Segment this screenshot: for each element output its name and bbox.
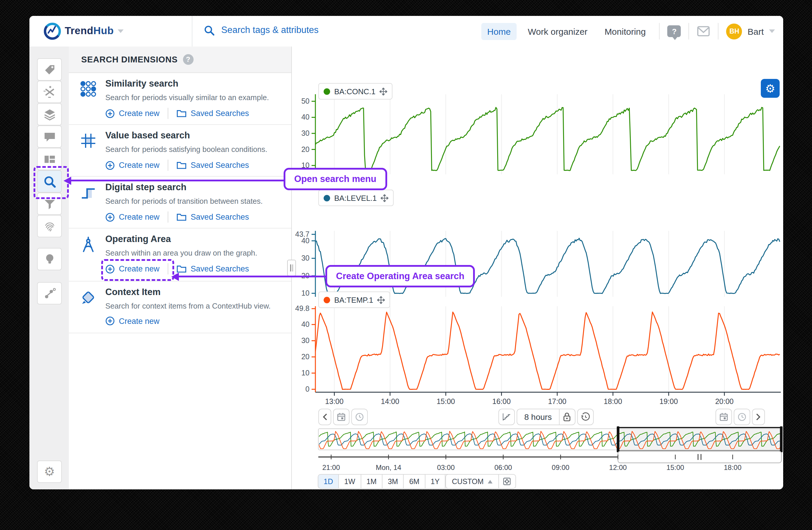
avatar[interactable]: BH: [726, 23, 742, 39]
bulb-icon: [43, 253, 56, 265]
expand-range-button[interactable]: [498, 474, 516, 489]
saved-searches-link[interactable]: Saved Searches: [176, 109, 249, 118]
svg-text:Mon, 14: Mon, 14: [376, 463, 401, 471]
pan-right-button[interactable]: [752, 409, 765, 425]
svg-text:06:00: 06:00: [494, 463, 512, 471]
plus-circle-icon: [105, 161, 115, 170]
panel-item-context-item: Context Item Search for context items fr…: [69, 281, 291, 333]
app-window: TrendHub Home Work organizer Monitoring …: [29, 16, 783, 489]
svg-text:18:00: 18:00: [604, 397, 622, 405]
rail-layers-button[interactable]: [37, 103, 62, 125]
saved-searches-link[interactable]: Saved Searches: [176, 264, 249, 273]
svg-text:40: 40: [301, 236, 309, 245]
svg-text:03:00: 03:00: [437, 463, 454, 471]
panel-item-description: Search for periods satisfying boolean co…: [105, 145, 267, 154]
nav-tab-work-organizer[interactable]: Work organizer: [522, 23, 593, 40]
trend-compress-button[interactable]: [498, 409, 515, 425]
custom-range-group: CUSTOM: [446, 474, 516, 489]
svg-text:15:00: 15:00: [666, 463, 684, 471]
user-name[interactable]: Bart: [748, 26, 764, 36]
end-time-button[interactable]: [734, 409, 750, 425]
rail-fingerprint-button[interactable]: [37, 215, 62, 237]
formula-icon: [43, 86, 56, 98]
signal-color-dot: [324, 296, 330, 303]
create-new-link[interactable]: Create new: [105, 212, 159, 222]
folder-icon: [176, 161, 187, 170]
move-icon[interactable]: [381, 194, 389, 202]
lock-duration-button[interactable]: [559, 409, 575, 425]
help-icon[interactable]: ?: [668, 25, 681, 37]
signal-chip-temp[interactable]: BA:TEMP.1: [318, 292, 390, 308]
saved-searches-link[interactable]: Saved Searches: [176, 161, 249, 170]
panel-item-description: Search for context items from a ContextH…: [105, 302, 271, 310]
search-dimensions-panel: Similarity search Search for periods vis…: [69, 73, 291, 489]
signal-chip-level[interactable]: BA:LEVEL.1: [318, 190, 394, 206]
link-divider: [168, 211, 168, 223]
svg-text:50: 50: [301, 97, 309, 105]
mail-icon[interactable]: [697, 25, 710, 37]
preset-1d[interactable]: 1D: [318, 474, 338, 489]
layout-icon: [43, 153, 56, 165]
create-new-link[interactable]: Create new: [105, 109, 159, 118]
header-divider: [192, 16, 192, 46]
svg-text:21:00: 21:00: [322, 463, 340, 471]
annotation-line: [176, 276, 325, 277]
start-time-button[interactable]: [351, 409, 368, 425]
context-item-icon: [80, 289, 97, 306]
folder-icon: [176, 213, 187, 221]
panel-item-title: Value based search: [105, 130, 190, 141]
signal-name: BA:LEVEL.1: [334, 193, 377, 202]
similarity-search-icon: [80, 81, 97, 97]
history-button[interactable]: [577, 409, 593, 425]
preset-3m[interactable]: 3M: [382, 474, 403, 489]
move-icon[interactable]: [379, 87, 387, 95]
move-icon[interactable]: [377, 296, 385, 304]
plus-circle-icon: [105, 316, 115, 326]
rail-comment-button[interactable]: [37, 125, 62, 148]
workbench-caret-icon[interactable]: [118, 29, 124, 33]
custom-range-button[interactable]: CUSTOM: [446, 474, 498, 489]
step-trend-icon: [502, 412, 511, 422]
saved-searches-link[interactable]: Saved Searches: [176, 213, 249, 221]
preset-6m[interactable]: 6M: [403, 474, 425, 489]
start-calendar-button[interactable]: [333, 409, 349, 425]
chart-settings-button[interactable]: ⚙: [761, 79, 780, 98]
minimap-drag-handle[interactable]: [618, 451, 781, 463]
svg-text:40: 40: [301, 113, 309, 121]
svg-text:17:00: 17:00: [548, 397, 567, 405]
annotation-arrow-icon: [171, 273, 179, 281]
create-new-link[interactable]: Create new: [105, 161, 159, 170]
lock-icon: [563, 412, 571, 422]
panel-item-title: Digital step search: [105, 182, 187, 193]
rail-settings-button[interactable]: ⚙: [37, 461, 62, 483]
svg-text:30: 30: [301, 336, 309, 345]
rail-bulb-button[interactable]: [37, 248, 62, 270]
panel-help-icon[interactable]: ?: [183, 54, 193, 65]
create-new-link[interactable]: Create new: [105, 316, 159, 326]
pan-left-button[interactable]: [318, 409, 331, 425]
rail-formula-button[interactable]: [37, 81, 62, 103]
panel-header: SEARCH DIMENSIONS ?: [81, 54, 193, 65]
svg-text:18:00: 18:00: [724, 463, 741, 471]
panel-item-description: Search for periods of transition between…: [105, 197, 263, 206]
preset-1y[interactable]: 1Y: [425, 474, 445, 489]
annotation-create-operating-area: Create Operating Area search: [325, 265, 475, 288]
search-input[interactable]: [220, 24, 387, 36]
preset-1w[interactable]: 1W: [338, 474, 361, 489]
nav-tab-home[interactable]: Home: [481, 23, 517, 40]
svg-text:16:00: 16:00: [492, 397, 511, 405]
signal-color-dot: [324, 88, 330, 95]
panel-splitter-handle[interactable]: [287, 260, 296, 276]
user-menu-caret-icon[interactable]: [769, 29, 775, 33]
duration-button[interactable]: 8 hours: [517, 409, 559, 425]
nav-tab-monitoring[interactable]: Monitoring: [599, 23, 652, 40]
end-calendar-button[interactable]: [715, 409, 732, 425]
signal-chip-conc[interactable]: BA:CONC.1: [318, 83, 392, 99]
svg-text:13:00: 13:00: [325, 397, 344, 405]
caret-up-icon: [488, 480, 493, 483]
clock-icon: [355, 412, 364, 422]
rail-share-button[interactable]: [37, 282, 62, 305]
preset-1m[interactable]: 1M: [360, 474, 382, 489]
chevron-right-icon: [756, 414, 761, 420]
rail-tag-button[interactable]: [37, 58, 62, 81]
